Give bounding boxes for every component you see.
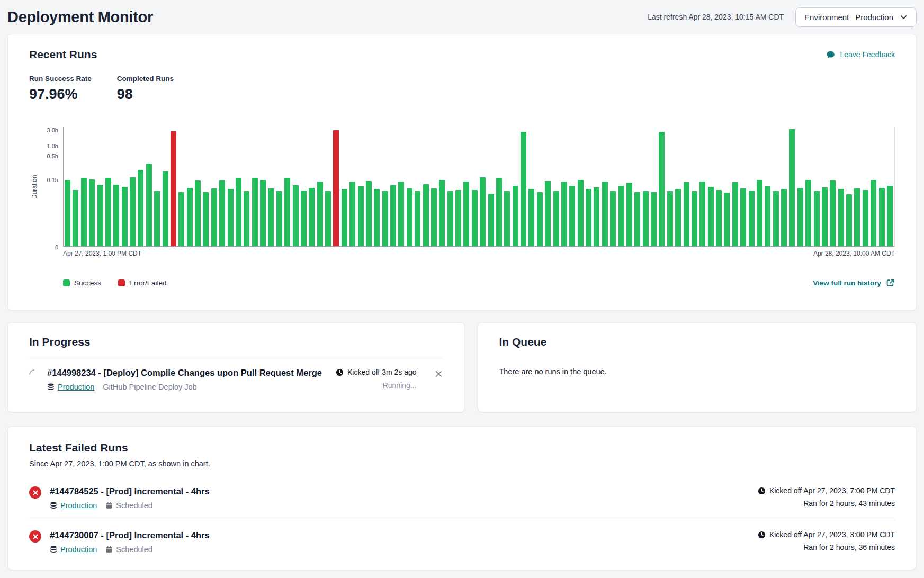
chart-bar-success[interactable] <box>822 187 828 247</box>
chart-bar-success[interactable] <box>211 188 217 247</box>
environment-tag-link[interactable]: Production <box>50 545 97 554</box>
chart-bar-success[interactable] <box>830 180 836 246</box>
chart-bar-success[interactable] <box>455 190 461 246</box>
chart-bar-success[interactable] <box>73 190 78 246</box>
chart-bar-success[interactable] <box>317 182 323 246</box>
chart-bar-success[interactable] <box>398 182 404 246</box>
chart-bar-success[interactable] <box>81 178 87 246</box>
chart-bar-success[interactable] <box>838 189 844 246</box>
chart-bar-success[interactable] <box>203 192 209 246</box>
chart-bar-success[interactable] <box>708 187 714 247</box>
chart-bar-success[interactable] <box>284 178 290 246</box>
chart-bar-success[interactable] <box>602 182 608 246</box>
chart-bar-success[interactable] <box>610 191 616 246</box>
chart-bar-success[interactable] <box>765 186 770 246</box>
chart-bar-success[interactable] <box>797 188 803 247</box>
chart-bar-success[interactable] <box>863 190 868 246</box>
chart-bar-success[interactable] <box>618 186 624 246</box>
chart-bar-success[interactable] <box>146 164 152 246</box>
chart-bar-error[interactable] <box>333 130 339 246</box>
chart-bar-success[interactable] <box>382 191 388 246</box>
chart-bar-success[interactable] <box>105 178 111 246</box>
chart-bar-success[interactable] <box>390 185 396 246</box>
chart-bar-success[interactable] <box>699 182 705 246</box>
chart-bar-success[interactable] <box>879 188 885 247</box>
close-icon[interactable] <box>434 369 443 378</box>
chart-bar-success[interactable] <box>643 191 649 246</box>
leave-feedback-link[interactable]: Leave Feedback <box>826 50 895 59</box>
chart-bar-success[interactable] <box>757 180 762 247</box>
chart-bar-success[interactable] <box>528 189 534 246</box>
chart-bar-success[interactable] <box>244 191 249 246</box>
chart-bar-success[interactable] <box>358 186 364 246</box>
chart-bar-success[interactable] <box>675 189 681 246</box>
chart-bar-success[interactable] <box>537 192 543 246</box>
chart-bar-success[interactable] <box>561 182 567 246</box>
chart-bar-success[interactable] <box>659 132 665 246</box>
chart-bar-success[interactable] <box>773 191 779 246</box>
chart-bar-success[interactable] <box>846 194 852 246</box>
chart-bar-success[interactable] <box>349 182 355 246</box>
chart-bar-success[interactable] <box>163 171 168 246</box>
chart-bar-success[interactable] <box>252 178 258 246</box>
view-full-run-history-link[interactable]: View full run history <box>813 278 895 287</box>
chart-bar-success[interactable] <box>724 193 730 247</box>
chart-bar-success[interactable] <box>634 192 640 246</box>
environment-tag-link[interactable]: Production <box>50 501 97 510</box>
chart-bar-success[interactable] <box>178 192 184 246</box>
chart-bar-success[interactable] <box>439 180 445 247</box>
chart-bar-success[interactable] <box>154 191 160 246</box>
chart-bar-success[interactable] <box>187 188 193 247</box>
chart-bar-success[interactable] <box>521 132 526 246</box>
chart-bar-success[interactable] <box>594 187 599 247</box>
chart-bar-success[interactable] <box>887 186 893 246</box>
chart-bar-success[interactable] <box>513 186 518 246</box>
chart-bar-success[interactable] <box>113 185 119 247</box>
chart-bar-success[interactable] <box>276 191 282 246</box>
chart-bar-success[interactable] <box>415 191 420 246</box>
chart-bar-success[interactable] <box>309 188 315 247</box>
chart-bar-error[interactable] <box>171 131 176 246</box>
chart-bar-success[interactable] <box>65 180 70 247</box>
environment-select[interactable]: Environment Production <box>795 7 917 27</box>
chart-bar-success[interactable] <box>545 181 551 246</box>
chart-bar-success[interactable] <box>325 191 331 246</box>
chart-bar-success[interactable] <box>138 170 143 246</box>
chart-bar-success[interactable] <box>684 182 689 246</box>
chart-bar-success[interactable] <box>472 190 478 246</box>
chart-bar-success[interactable] <box>504 191 510 246</box>
chart-bar-success[interactable] <box>578 180 584 247</box>
chart-bar-success[interactable] <box>268 188 274 247</box>
chart-bar-success[interactable] <box>97 185 103 247</box>
chart-bar-success[interactable] <box>122 187 128 247</box>
chart-bar-success[interactable] <box>740 188 746 247</box>
chart-bar-success[interactable] <box>228 189 234 246</box>
chart-bar-success[interactable] <box>496 178 502 246</box>
chart-bar-success[interactable] <box>89 179 95 246</box>
chart-bar-success[interactable] <box>219 180 225 246</box>
chart-bar-success[interactable] <box>301 191 307 247</box>
chart-bar-success[interactable] <box>871 180 876 247</box>
chart-bar-success[interactable] <box>431 188 437 247</box>
chart-bar-success[interactable] <box>342 189 347 246</box>
chart-bar-success[interactable] <box>480 177 486 246</box>
chart-bar-success[interactable] <box>423 184 429 246</box>
chart-bar-success[interactable] <box>716 190 722 246</box>
chart-bar-success[interactable] <box>651 192 657 246</box>
chart-bar-success[interactable] <box>195 180 201 246</box>
chart-bar-success[interactable] <box>732 182 738 246</box>
chart-bar-success[interactable] <box>463 182 469 246</box>
environment-tag-link[interactable]: Production <box>47 383 94 391</box>
chart-bar-success[interactable] <box>667 191 673 246</box>
chart-bar-success[interactable] <box>447 191 453 246</box>
chart-bar-success[interactable] <box>130 177 136 246</box>
chart-bar-success[interactable] <box>260 180 266 247</box>
chart-bar-success[interactable] <box>553 191 559 246</box>
chart-bar-success[interactable] <box>781 189 787 246</box>
chart-bar-success[interactable] <box>488 194 494 246</box>
chart-bar-success[interactable] <box>366 181 372 246</box>
chart-bar-success[interactable] <box>789 129 795 246</box>
chart-bar-success[interactable] <box>236 178 241 246</box>
chart-bar-success[interactable] <box>749 191 755 247</box>
chart-bar-success[interactable] <box>407 188 412 247</box>
